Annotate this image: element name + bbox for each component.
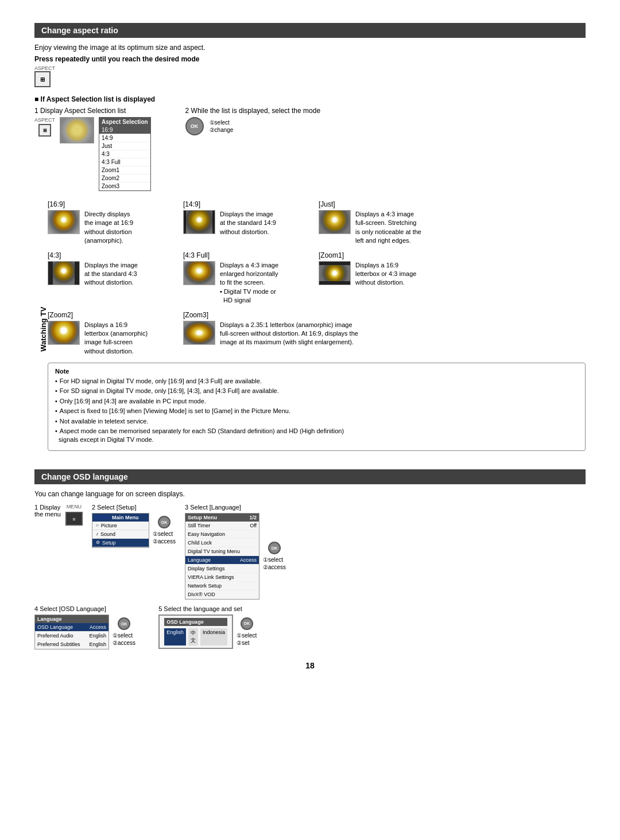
aspect-row-2: [4:3] Displays the imageat the standard …: [48, 251, 586, 305]
ok-btn-step3-osd[interactable]: OK: [268, 542, 281, 554]
step3-content: Setup Menu1/2 Still TimerOff Easy Naviga…: [185, 513, 286, 600]
step2-label: 2 Select [Setup]: [92, 504, 137, 511]
aspect-label-sm: ASPECT: [34, 117, 55, 123]
step2-label: 2 While the list is displayed, select th…: [185, 107, 320, 115]
aspect-item-43: [4:3] Displays the imageat the standard …: [48, 251, 174, 287]
ok-btn-step4-osd[interactable]: OK: [118, 617, 130, 630]
menu-item-43[interactable]: 4:3: [99, 150, 150, 158]
sm-row-language[interactable]: LanguageAccess: [185, 556, 259, 565]
lang-row-subtitles[interactable]: Preferred SubtitlesEnglish: [35, 640, 108, 649]
menu-item-149[interactable]: 14:9: [99, 134, 150, 142]
desc-43: Displays the imageat the standard 4:3wit…: [84, 261, 138, 287]
menu-item-zoom1[interactable]: Zoom1: [99, 166, 150, 174]
arrow-indicators: ①select ②change: [210, 119, 234, 133]
step5-arrows: ①select ②set: [237, 632, 257, 646]
label-just: [Just]: [319, 200, 335, 208]
note-list: For HD signal in Digital TV mode, only […: [55, 377, 578, 445]
sm-row-divx[interactable]: DivX® VOD: [185, 590, 259, 599]
inner-zoom2: Displays a 16:9letterbox (anamorphic)ima…: [48, 321, 148, 356]
change-label: ②change: [210, 127, 234, 133]
menu-item-zoom2[interactable]: Zoom2: [99, 174, 150, 182]
menu-row-picture[interactable]: ○ Picture: [92, 522, 149, 530]
aspect-row-3: [Zoom2] Displays a 16:9letterbox (anamor…: [48, 311, 586, 356]
section-header-aspect: Change aspect ratio: [34, 23, 586, 38]
step1-label: 1 Display Aspect Selection list: [34, 107, 151, 115]
note-item-5: Not available in teletext service.: [55, 417, 578, 426]
flower-zoom1: [319, 261, 351, 285]
sm-row-viera[interactable]: VIERA Link Settings: [185, 573, 259, 582]
note-box: Note For HD signal in Digital TV mode, o…: [48, 363, 586, 451]
sm-row-dtvtuning[interactable]: Digital TV tuning Menu: [185, 547, 259, 556]
osd-step5: 5 Select the language and set OSD Langua…: [158, 605, 257, 649]
step2-arrows: ①select ②access: [153, 531, 176, 545]
step4-label: 4 Select [OSD Language]: [34, 605, 106, 612]
inner-43: Displays the imageat the standard 4:3wit…: [48, 261, 138, 287]
osd-opt-indonesia[interactable]: Indonesia: [200, 628, 227, 645]
aspect-btn-sm[interactable]: ⊞: [38, 124, 51, 137]
inner-zoom3: Displays a 2.35:1 letterbox (anamorphic)…: [183, 321, 358, 347]
aspect-item-149: [14:9] Displays the imageat the standard…: [183, 200, 309, 236]
ok-btn-step2[interactable]: OK: [185, 117, 204, 135]
osd-lang-options: English 中文 Indonesia: [164, 628, 227, 645]
osd-step1: 1 Displaythe menu MENU ≡: [34, 504, 83, 526]
osd-step3: 3 Select [Language] Setup Menu1/2 Still …: [185, 504, 286, 600]
sm-row-easynav[interactable]: Easy Navigation: [185, 530, 259, 539]
ok-btn-step2-osd[interactable]: OK: [158, 516, 170, 528]
menu-button[interactable]: ≡: [65, 512, 83, 526]
step1-demo: ASPECT ⊞ Aspect Selection 16:9 14:9 Just…: [34, 117, 151, 191]
label-zoom3: [Zoom3]: [183, 311, 208, 319]
flower-43: [48, 261, 80, 285]
menu-item-43full[interactable]: 4:3 Full: [99, 158, 150, 166]
step4-content: Language OSD LanguageAccess Preferred Au…: [34, 615, 135, 650]
change-aspect-section: Change aspect ratio Enjoy viewing the im…: [34, 23, 586, 458]
menu-item-just[interactable]: Just: [99, 142, 150, 150]
menu-item-zoom3[interactable]: Zoom3: [99, 182, 150, 190]
aspect-button[interactable]: ⊞: [34, 71, 51, 87]
label-zoom1: [Zoom1]: [319, 251, 344, 259]
aspect-item-zoom1: [Zoom1] Displays a 16:9letterbox or 4:3 …: [319, 251, 445, 287]
set-lbl-5: ②set: [237, 640, 249, 646]
aspect-steps-row: 1 Display Aspect Selection list ASPECT ⊞…: [34, 107, 586, 191]
lang-row-osd[interactable]: OSD LanguageAccess: [35, 623, 108, 632]
watching-tv-sidebar: Watching TV: [34, 200, 48, 458]
step3-arrows: ①select ②access: [263, 557, 286, 570]
aspect-item-just: [Just] Displays a 4:3 imagefull-screen. …: [319, 200, 445, 246]
osd-steps-row1: 1 Displaythe menu MENU ≡ 2 Select [Setup…: [34, 504, 586, 600]
setup-menu-screen: Setup Menu1/2 Still TimerOff Easy Naviga…: [185, 513, 259, 600]
flower-image-step1: [60, 118, 94, 143]
menu-item-169[interactable]: 16:9: [99, 126, 150, 134]
inner-just: Displays a 4:3 imagefull-screen. Stretch…: [319, 210, 421, 246]
flower-169: [48, 210, 80, 234]
sm-row-childlock[interactable]: Child Lock: [185, 539, 259, 547]
section-header-osd: Change OSD language: [34, 469, 586, 484]
access-lbl-3: ②access: [263, 564, 286, 570]
desc-149: Displays the imageat the standard 14:9wi…: [220, 210, 276, 236]
flower-43full: [183, 261, 215, 285]
change-osd-section: Change OSD language You can change langu…: [34, 469, 586, 650]
viera-main-menu: VIERA Main Menu ○ Picture ♪ Sound ⚙ Setu…: [92, 513, 149, 548]
step2-controls: OK ①select ②change: [185, 117, 320, 135]
menu-row-sound[interactable]: ♪ Sound: [92, 530, 149, 539]
menu-row-setup[interactable]: ⚙ Setup: [92, 539, 149, 547]
osd-steps-row2: 4 Select [OSD Language] Language OSD Lan…: [34, 605, 586, 650]
step1-controls-col: MENU ≡: [65, 504, 83, 526]
select-lbl-3: ①select: [263, 557, 283, 563]
osd-opt-english[interactable]: English: [164, 628, 186, 645]
label-149: [14:9]: [183, 200, 200, 208]
sm-row-stilltimer[interactable]: Still TimerOff: [185, 522, 259, 530]
lang-row-audio[interactable]: Preferred AudioEnglish: [35, 632, 108, 640]
page-container: Change aspect ratio Enjoy viewing the im…: [34, 23, 586, 670]
language-menu-screen: Language OSD LanguageAccess Preferred Au…: [34, 615, 109, 650]
aspect-row-1: [16:9] Directly displaysthe image at 16:…: [48, 200, 586, 246]
inner-zoom1: Displays a 16:9letterbox or 4:3 imagewit…: [319, 261, 416, 287]
ok-btn-step5-osd[interactable]: OK: [241, 617, 253, 630]
osd-opt-chinese[interactable]: 中文: [188, 628, 198, 645]
note-item-2: For SD signal in Digital TV mode, only […: [55, 387, 578, 395]
aspect-item-zoom2: [Zoom2] Displays a 16:9letterbox (anamor…: [48, 311, 174, 356]
select-lbl-4: ①select: [113, 632, 133, 639]
desc-zoom2: Displays a 16:9letterbox (anamorphic)ima…: [84, 321, 148, 356]
label-43full: [4:3 Full]: [183, 251, 210, 259]
intro-text: Enjoy viewing the image at its optimum s…: [34, 44, 586, 52]
sm-row-display[interactable]: Display Settings: [185, 565, 259, 573]
sm-row-network[interactable]: Network Setup: [185, 582, 259, 590]
